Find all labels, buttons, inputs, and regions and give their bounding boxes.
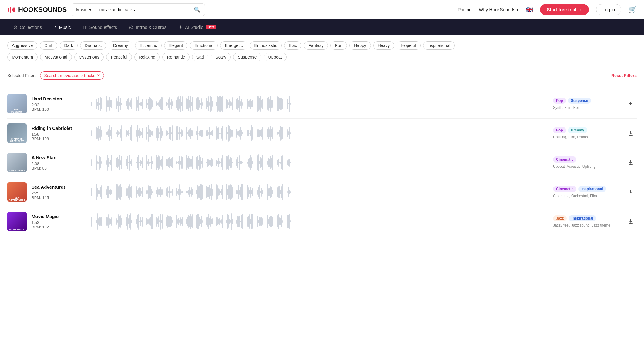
reset-filters-button[interactable]: Reset Filters bbox=[611, 73, 637, 78]
waveform-bar bbox=[268, 158, 269, 167]
waveform-bar bbox=[257, 103, 257, 105]
pricing-link[interactable]: Pricing bbox=[458, 7, 471, 12]
cart-icon[interactable]: 🛒 bbox=[629, 6, 637, 14]
filter-tag-epic[interactable]: Epic bbox=[284, 41, 301, 50]
login-button[interactable]: Log in bbox=[596, 4, 621, 15]
track-thumbnail[interactable]: HARD DECISION bbox=[7, 94, 27, 113]
tag-suspense[interactable]: Suspense bbox=[568, 98, 591, 104]
track-duration: 2:08 bbox=[32, 161, 86, 166]
filter-tag-upbeat[interactable]: Upbeat bbox=[264, 53, 287, 61]
tag-inspirational[interactable]: Inspirational bbox=[569, 215, 596, 221]
track-waveform[interactable] bbox=[91, 95, 548, 113]
waveform-bar bbox=[272, 100, 273, 108]
filter-tag-momentum[interactable]: Momentum bbox=[7, 53, 38, 61]
waveform-bar bbox=[95, 155, 95, 170]
waveform-bar bbox=[215, 130, 215, 136]
filter-tag-aggressive[interactable]: Aggressive bbox=[7, 41, 37, 50]
track-waveform[interactable] bbox=[91, 124, 548, 142]
waveform-bar bbox=[92, 100, 92, 107]
language-flag[interactable]: 🇬🇧 bbox=[526, 6, 533, 13]
filter-tag-dreamy[interactable]: Dreamy bbox=[109, 41, 132, 50]
track-waveform[interactable] bbox=[91, 153, 548, 172]
waveform-bar bbox=[126, 102, 126, 106]
filter-tag-heavy[interactable]: Heavy bbox=[373, 41, 394, 50]
active-filter-chip[interactable]: Search: movie audio tracks × bbox=[40, 71, 104, 80]
download-button[interactable] bbox=[625, 127, 637, 139]
filter-tag-elegant[interactable]: Elegant bbox=[164, 41, 187, 50]
tab-ai-studio[interactable]: ✦ AI Studio Beta bbox=[173, 19, 222, 35]
track-keywords: Upbeat, Acoustic, Uplifting bbox=[553, 164, 620, 169]
waveform-bar bbox=[254, 220, 254, 223]
filter-tag-energetic[interactable]: Energetic bbox=[220, 41, 247, 50]
waveform-bar bbox=[246, 185, 246, 199]
waveform-bar bbox=[130, 161, 131, 164]
waveform-bar bbox=[218, 158, 219, 167]
tab-intros-outros[interactable]: ◎ Intros & Outros bbox=[123, 19, 173, 35]
track-thumbnail[interactable]: RIDING IN CABRIOLET bbox=[7, 123, 27, 143]
download-button[interactable] bbox=[625, 156, 637, 169]
waveform-bar bbox=[163, 155, 163, 170]
filter-tag-happy[interactable]: Happy bbox=[349, 41, 371, 50]
tag-cinematic[interactable]: Cinematic bbox=[553, 156, 576, 163]
filter-tag-scary[interactable]: Scary bbox=[211, 53, 231, 61]
filter-tag-relaxing[interactable]: Relaxing bbox=[134, 53, 160, 61]
track-thumbnail[interactable]: SEA ADVENTURES bbox=[7, 182, 27, 202]
waveform-bar bbox=[196, 98, 197, 109]
remove-filter-icon[interactable]: × bbox=[97, 73, 100, 78]
filter-tag-mysterious[interactable]: Mysterious bbox=[74, 53, 104, 61]
logo[interactable]: HOOKSOUNDS bbox=[7, 5, 67, 14]
waveform-bar bbox=[143, 159, 143, 167]
download-button[interactable] bbox=[625, 98, 637, 110]
track-thumbnail[interactable]: A NEW START bbox=[7, 153, 27, 172]
track-waveform[interactable] bbox=[91, 183, 548, 201]
tag-dreamy[interactable]: Dreamy bbox=[568, 127, 587, 133]
waveform-bar bbox=[103, 132, 103, 135]
filter-tag-fun[interactable]: Fun bbox=[330, 41, 347, 50]
filter-tag-inspirational[interactable]: Inspirational bbox=[423, 41, 455, 50]
waveform-bar bbox=[117, 157, 118, 168]
track-waveform[interactable] bbox=[91, 212, 548, 231]
track-thumbnail[interactable]: MOVIE MAGIC bbox=[7, 212, 27, 231]
filter-tag-suspense[interactable]: Suspense bbox=[233, 53, 261, 61]
waveform-bar bbox=[216, 217, 217, 226]
waveform-bar bbox=[115, 160, 115, 166]
filter-tag-dramatic[interactable]: Dramatic bbox=[80, 41, 106, 50]
search-category-dropdown[interactable]: Music ▾ bbox=[72, 4, 96, 16]
waveform-bar bbox=[281, 127, 282, 140]
search-input[interactable] bbox=[96, 4, 190, 16]
waveform-bar bbox=[267, 128, 267, 139]
tag-pop[interactable]: Pop bbox=[553, 127, 566, 133]
tag-cinematic[interactable]: Cinematic bbox=[553, 186, 576, 192]
tag-inspirational[interactable]: Inspirational bbox=[578, 186, 606, 192]
filter-tag-enthusiastic[interactable]: Enthusiastic bbox=[250, 41, 282, 50]
filter-tag-sad[interactable]: Sad bbox=[192, 53, 209, 61]
waveform-bar bbox=[194, 217, 194, 226]
filter-tag-chill[interactable]: Chill bbox=[40, 41, 57, 50]
tab-music[interactable]: ♪ Music bbox=[48, 19, 77, 35]
filter-tag-emotional[interactable]: Emotional bbox=[190, 41, 218, 50]
waveform-bar bbox=[99, 156, 100, 170]
waveform-bar bbox=[108, 158, 109, 167]
filter-tag-motivational[interactable]: Motivational bbox=[40, 53, 72, 61]
download-button[interactable] bbox=[625, 215, 637, 227]
filter-tag-hopeful[interactable]: Hopeful bbox=[397, 41, 420, 50]
tag-pop[interactable]: Pop bbox=[553, 98, 566, 104]
waveform-bar bbox=[146, 190, 147, 194]
tag-jazz[interactable]: Jazz bbox=[553, 215, 567, 221]
search-button[interactable]: 🔍 bbox=[190, 6, 205, 13]
track-duration: 2:25 bbox=[32, 191, 86, 195]
filter-tag-fantasy[interactable]: Fantasy bbox=[304, 41, 328, 50]
download-button[interactable] bbox=[625, 186, 637, 198]
waveform-bar bbox=[132, 130, 132, 136]
tab-sound-effects[interactable]: ≋ Sound effects bbox=[77, 19, 123, 35]
filter-tag-romantic[interactable]: Romantic bbox=[162, 53, 189, 61]
filter-tag-eccentric[interactable]: Eccentric bbox=[135, 41, 162, 50]
tab-collections[interactable]: ⊙ Collections bbox=[7, 19, 48, 35]
start-trial-button[interactable]: Start free trial → bbox=[540, 4, 589, 15]
waveform-bar bbox=[138, 130, 139, 136]
filter-tag-dark[interactable]: Dark bbox=[60, 41, 78, 50]
why-hooksounds-link[interactable]: Why HookSounds ▾ bbox=[479, 7, 519, 12]
filter-tag-peaceful[interactable]: Peaceful bbox=[106, 53, 132, 61]
waveform-bar bbox=[244, 191, 244, 193]
waveform-bar bbox=[265, 217, 265, 225]
